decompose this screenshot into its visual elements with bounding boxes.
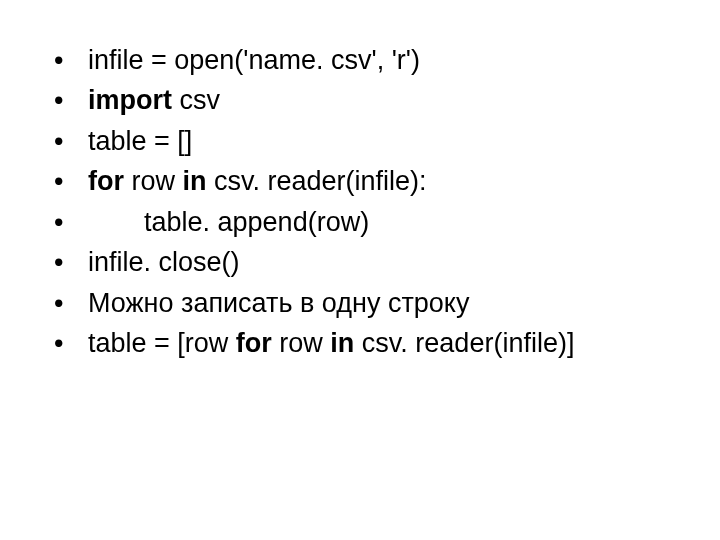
keyword-for: for (88, 166, 124, 196)
comment-text: Можно записать в одну строку (88, 288, 469, 318)
keyword-in: in (330, 328, 354, 358)
code-text: table = [] (88, 126, 192, 156)
code-text: csv (172, 85, 220, 115)
keyword-for: for (236, 328, 272, 358)
keyword-import: import (88, 85, 172, 115)
list-item: infile = open('name. csv', 'r') (40, 42, 720, 78)
code-text: csv. reader(infile)] (354, 328, 574, 358)
list-item: table. append(row) (40, 204, 720, 240)
list-item: infile. close() (40, 244, 720, 280)
list-item: table = [] (40, 123, 720, 159)
keyword-in: in (183, 166, 207, 196)
code-text: infile = open('name. csv', 'r') (88, 45, 420, 75)
list-item: import csv (40, 82, 720, 118)
code-text: row (272, 328, 331, 358)
list-item: Можно записать в одну строку (40, 285, 720, 321)
bullet-list: infile = open('name. csv', 'r') import c… (40, 42, 720, 362)
code-text: csv. reader(infile): (207, 166, 427, 196)
code-text: row (124, 166, 183, 196)
code-text: infile. close() (88, 247, 240, 277)
list-item: for row in csv. reader(infile): (40, 163, 720, 199)
list-item: table = [row for row in csv. reader(infi… (40, 325, 720, 361)
code-text: table = [row (88, 328, 236, 358)
code-text: table. append(row) (144, 207, 369, 237)
